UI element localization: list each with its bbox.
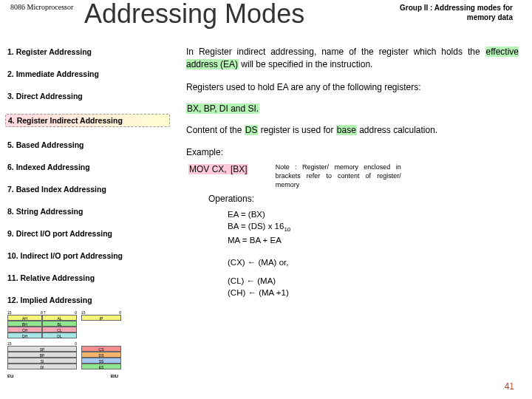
arrow-icon: ← bbox=[247, 276, 256, 285]
p3-hl-ds: DS bbox=[245, 125, 259, 135]
op-ba: BA = (DS) x 1610 bbox=[228, 220, 519, 233]
code-mov: MOV CX, bbox=[188, 164, 230, 174]
res-cl-b: (MA) bbox=[255, 276, 276, 285]
example-label: Example: bbox=[186, 147, 519, 157]
arrow-icon: ← bbox=[248, 258, 256, 267]
op-ea: EA = (BX) bbox=[228, 208, 519, 220]
note-box: Note : Register/ memory enclosed in brac… bbox=[276, 163, 401, 189]
group-label: Group II : Addressing modes for memory d… bbox=[380, 3, 513, 22]
sidebar-item-3: 3. Direct Addressing bbox=[7, 92, 170, 100]
d-bp: BP bbox=[7, 352, 77, 358]
p3-c: address calculation. bbox=[357, 125, 437, 135]
res-ch: (CH) ← (MA +1) bbox=[228, 287, 519, 299]
d-es: ES bbox=[81, 364, 121, 369]
d-di: DI bbox=[7, 364, 77, 369]
res-ch-b: (MA +1) bbox=[256, 288, 289, 297]
operations-label: Operations: bbox=[208, 194, 519, 204]
cpu-diagram: 15 8 7 0 AHAL BHBL CHCL DHDL 15 0 SP BP … bbox=[7, 310, 163, 392]
d-ss: SS bbox=[81, 358, 121, 364]
p1-text-b: will be bbox=[239, 59, 268, 69]
op-ma: MA = BA + EA bbox=[228, 234, 519, 246]
d-ip: IP bbox=[81, 315, 121, 321]
para-2: Registers used to hold EA are any of the… bbox=[186, 81, 519, 94]
regs-highlight: BX, BP, DI and SI. bbox=[186, 103, 259, 114]
register-list: BX, BP, DI and SI. bbox=[186, 103, 519, 114]
sidebar-item-10: 10. Indirect I/O port Addressing bbox=[7, 251, 170, 260]
d-ch: CH bbox=[7, 327, 42, 332]
operations-block: EA = (BX) BA = (DS) x 1610 MA = BA + EA bbox=[228, 208, 519, 246]
res-cx-b: (MA) or, bbox=[256, 258, 288, 267]
example-row: MOV CX, [BX] Note : Register/ memory enc… bbox=[186, 163, 519, 189]
code-bx: [BX] bbox=[230, 164, 248, 174]
sidebar-item-12: 12. Implied Addressing bbox=[7, 296, 170, 304]
res-ch-a: (CH) bbox=[228, 288, 248, 297]
d-eu: EU bbox=[7, 374, 13, 378]
p3-hl-base: base bbox=[336, 125, 357, 135]
operations-result: (CX) ← (MA) or, (CL) ← (MA) (CH) ← (MA +… bbox=[228, 256, 519, 299]
d-cl: CL bbox=[42, 327, 77, 332]
code-instruction: MOV CX, [BX] bbox=[186, 163, 250, 175]
sidebar-item-8: 8. String Addressing bbox=[7, 207, 170, 216]
d-dh: DH bbox=[7, 332, 42, 338]
op-ba-text: BA = (DS) x 16 bbox=[228, 222, 284, 231]
d-ds: DS bbox=[81, 352, 121, 358]
main-content: In Register indirect addressing, name of… bbox=[186, 46, 519, 299]
d-bl: BL bbox=[42, 321, 77, 327]
para-1: In Register indirect addressing, name of… bbox=[186, 46, 519, 71]
p3-a: Content of the bbox=[186, 125, 245, 135]
page-title: Addressing Modes bbox=[84, 0, 304, 30]
d-al: AL bbox=[42, 315, 77, 321]
arrow-icon: ← bbox=[248, 288, 256, 297]
header-small: 8086 Microprocessor bbox=[10, 3, 73, 11]
p1-text-a: In Register indirect addressing, name of… bbox=[186, 47, 485, 57]
res-cl-a: (CL) bbox=[228, 276, 247, 285]
d-bh: BH bbox=[7, 321, 42, 327]
d-cs: CS bbox=[81, 346, 121, 352]
sidebar-item-11: 11. Relative Addressing bbox=[7, 273, 170, 282]
page-number: 41 bbox=[505, 381, 514, 392]
d-ah: AH bbox=[7, 315, 42, 321]
sidebar-item-6: 6. Indexed Addressing bbox=[7, 163, 170, 171]
d-sp: SP bbox=[7, 346, 77, 352]
sidebar-item-1: 1. Register Addressing bbox=[7, 47, 170, 56]
d-si: SI bbox=[7, 358, 77, 364]
op-ba-sub: 10 bbox=[284, 227, 290, 233]
d-biu: BIU bbox=[111, 374, 118, 378]
sidebar-item-4-active: 4. Register Indirect Addressing bbox=[5, 114, 170, 127]
p3-b: register is used for bbox=[258, 125, 335, 135]
p1-text-c: specified in the instruction. bbox=[268, 59, 372, 69]
d-dl: DL bbox=[42, 332, 77, 338]
sidebar-item-2: 2. Immediate Addressing bbox=[7, 69, 170, 78]
sidebar-item-5: 5. Based Addressing bbox=[7, 140, 170, 149]
res-cx-a: (CX) bbox=[228, 258, 248, 267]
para-3: Content of the DS register is used for b… bbox=[186, 124, 519, 137]
sidebar-item-7: 7. Based Index Addressing bbox=[7, 185, 170, 194]
res-cl: (CL) ← (MA) bbox=[228, 275, 519, 287]
res-cx: (CX) ← (MA) or, bbox=[228, 256, 519, 269]
sidebar: 1. Register Addressing 2. Immediate Addr… bbox=[7, 47, 170, 318]
sidebar-item-9: 9. Direct I/O port Addressing bbox=[7, 229, 170, 238]
